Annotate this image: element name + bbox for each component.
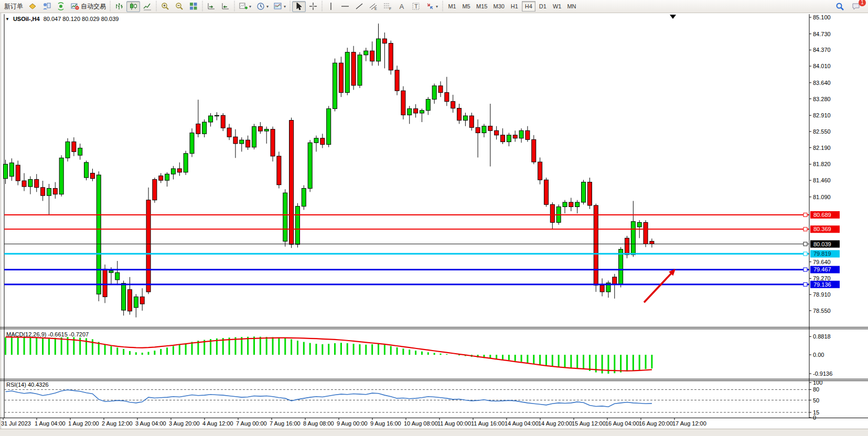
candle [159, 176, 163, 181]
arrows-button[interactable]: ▾ [423, 1, 440, 12]
vertical-line-button[interactable] [324, 1, 338, 12]
zoom-in-button[interactable] [158, 1, 172, 12]
new-order-button[interactable]: 新订单 [2, 1, 25, 12]
cursor-button[interactable] [292, 1, 306, 12]
channel-button[interactable]: E [367, 1, 380, 12]
trendline-button[interactable] [352, 1, 366, 12]
candle [544, 180, 548, 204]
chart-window[interactable]: ▼ USOil-,H4 80.047 80.120 80.029 80.039 … [0, 13, 868, 436]
candle [320, 138, 325, 145]
price-tick-label: 81.090 [813, 194, 831, 200]
price-chart-canvas[interactable]: 85.10084.73084.37084.01083.64083.28082.9… [0, 13, 868, 429]
textA-icon: A [397, 2, 406, 11]
dropdown-arrow-icon[interactable]: ▾ [436, 4, 438, 9]
timeframe-m5[interactable]: M5 [459, 1, 473, 12]
candle [258, 127, 262, 132]
candle [209, 116, 213, 122]
profile-icon [42, 2, 51, 11]
ohlc-values: 80.047 80.120 80.029 80.039 [44, 16, 119, 22]
line-chart-button[interactable] [141, 1, 154, 12]
symbol-period-label: USOil-,H4 [13, 16, 40, 22]
svg-text:F: F [389, 7, 391, 10]
new-order-button-label: 新订单 [4, 2, 23, 11]
navigator-signal-icon[interactable] [54, 1, 68, 12]
time-axis-label: 3 Aug 20:00 [169, 420, 200, 427]
timeframe-m30[interactable]: M30 [490, 1, 507, 12]
timeframe-mn[interactable]: MN [564, 1, 578, 12]
hline-icon [340, 2, 350, 11]
book-icon [28, 2, 37, 11]
candle [582, 182, 586, 202]
window-collapse-icon[interactable]: ▼ [5, 17, 9, 21]
window-bottom-edge [0, 429, 868, 436]
price-tick-label: 84.010 [813, 63, 831, 69]
bar-chart-button[interactable] [112, 1, 126, 12]
candle [432, 86, 436, 100]
tline-icon [355, 2, 364, 11]
candle [482, 126, 486, 133]
timeframe-h4[interactable]: H4 [522, 1, 535, 12]
candle [408, 108, 412, 115]
zoomin-icon [160, 2, 170, 11]
current-price-line-handle[interactable] [803, 242, 807, 246]
crosshair-icon [308, 2, 318, 11]
timeframe-m1[interactable]: M1 [445, 1, 459, 12]
auto-scroll-button[interactable] [205, 1, 218, 12]
time-axis-label: 15 Aug 12:00 [572, 420, 606, 427]
auto-trading-button[interactable]: 自动交易 [68, 1, 108, 12]
periods-button[interactable]: ▾ [254, 1, 271, 12]
cursor-icon [294, 2, 304, 11]
dropdown-arrow-icon[interactable]: ▾ [249, 4, 251, 9]
candle [513, 135, 517, 138]
time-axis-label: 16 Aug 04:00 [605, 420, 639, 427]
autoscroll-icon [207, 2, 216, 11]
timeframe-h1[interactable]: H1 [508, 1, 521, 12]
toolbar-separator [156, 1, 157, 12]
fibonacci-button[interactable]: F [381, 1, 394, 12]
notifications-chat-icon[interactable]: 1 [850, 1, 863, 12]
resistance-line-1-handle[interactable] [803, 213, 807, 217]
one-click-book-icon[interactable] [26, 1, 39, 12]
support-line-blue-1-handle[interactable] [803, 268, 807, 271]
chart-shift-button[interactable] [219, 1, 232, 12]
toolbar-separator [110, 1, 111, 12]
clock-icon [256, 2, 265, 11]
timeframe-m15[interactable]: M15 [474, 1, 490, 12]
time-axis-label: 17 Aug 12:00 [672, 420, 706, 427]
text-button[interactable]: A [395, 1, 409, 12]
tile-windows-button[interactable] [187, 1, 200, 12]
dropdown-arrow-icon[interactable]: ▾ [284, 4, 286, 9]
timeframe-d1[interactable]: D1 [536, 1, 550, 12]
candle [233, 137, 238, 144]
templates-button[interactable]: ▾ [271, 1, 288, 12]
resistance-line-2-handle[interactable] [803, 227, 807, 231]
toolbar-separator [322, 1, 323, 12]
candle [613, 277, 617, 285]
support-line-cyan-handle[interactable] [803, 252, 807, 256]
rsi-tick-label: 80 [813, 386, 819, 393]
horizontal-line-button[interactable] [338, 1, 352, 12]
tiles-icon [189, 2, 198, 11]
crosshair-button[interactable] [306, 1, 320, 12]
candlestick-chart-button[interactable] [126, 1, 140, 12]
candle [327, 108, 331, 144]
candle [302, 188, 306, 206]
notification-badge: 1 [859, 0, 866, 6]
candle [47, 188, 51, 195]
support-line-blue-2-handle[interactable] [803, 282, 807, 286]
price-tick-label: 79.640 [813, 259, 831, 265]
candle [78, 148, 82, 156]
new-chart-button[interactable]: ▾ [237, 1, 253, 12]
candle [445, 93, 449, 102]
candle [389, 43, 393, 70]
candle [140, 297, 144, 304]
market-watch-icon[interactable] [40, 1, 53, 12]
label-button[interactable]: T [409, 1, 423, 12]
candle [377, 39, 381, 61]
timeframe-w1[interactable]: W1 [550, 1, 564, 12]
dropdown-arrow-icon[interactable]: ▾ [266, 4, 269, 9]
candle [438, 86, 443, 93]
resistance-line-2-price-text: 80.369 [813, 226, 831, 232]
zoom-out-button[interactable] [173, 1, 186, 12]
search-icon[interactable] [833, 1, 846, 12]
